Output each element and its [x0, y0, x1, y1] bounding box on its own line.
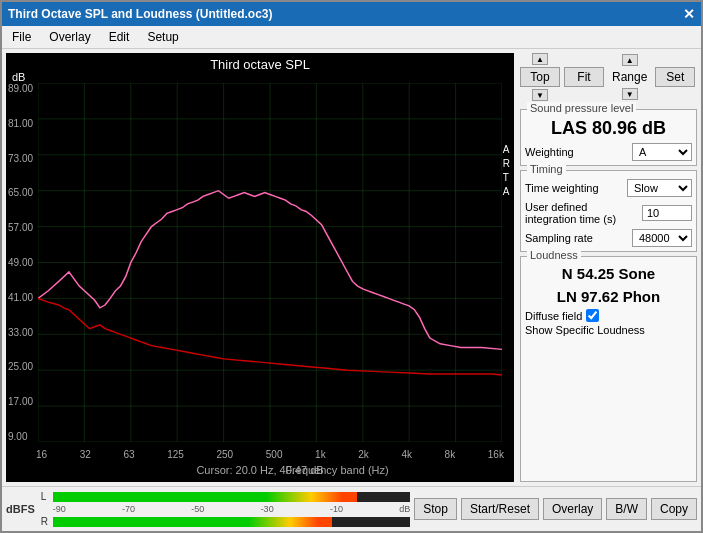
- r-meter-row: R: [41, 516, 411, 527]
- range-label: Range: [608, 68, 651, 86]
- arta-label: ARTA: [503, 143, 510, 199]
- range-up-button[interactable]: ▲: [622, 54, 638, 66]
- menu-setup[interactable]: Setup: [143, 28, 182, 46]
- diffuse-field-label: Diffuse field: [525, 310, 582, 322]
- meter-scale: -90 -70 -50 -30 -10 dB: [53, 504, 411, 514]
- weighting-select[interactable]: A B C Z: [632, 143, 692, 161]
- chart-svg: [38, 83, 502, 442]
- menu-bar: File Overlay Edit Setup: [2, 26, 701, 49]
- integration-label: User definedintegration time (s): [525, 201, 616, 225]
- r-meter-bar: [53, 517, 411, 527]
- bottom-bar: dBFS L -90 -70 -50 -30 -10 dB R: [2, 486, 701, 531]
- sampling-rate-label: Sampling rate: [525, 232, 593, 244]
- copy-button[interactable]: Copy: [651, 498, 697, 520]
- spl-section: Sound pressure level LAS 80.96 dB Weight…: [520, 109, 697, 166]
- meter-container: L -90 -70 -50 -30 -10 dB R: [41, 491, 411, 527]
- time-weighting-select[interactable]: Slow Fast Impulse: [627, 179, 692, 197]
- menu-edit[interactable]: Edit: [105, 28, 134, 46]
- time-weighting-label: Time weighting: [525, 182, 599, 194]
- timing-section-label: Timing: [527, 163, 566, 175]
- main-window: Third Octave SPL and Loudness (Untitled.…: [0, 0, 703, 533]
- diffuse-field-checkbox[interactable]: [586, 309, 599, 322]
- set-ctrl-group: Set: [655, 53, 695, 101]
- loudness-value-2: LN 97.62 Phon: [525, 286, 692, 307]
- main-content: Third octave SPL dB ARTA 89.00 81.00 73.…: [2, 49, 701, 486]
- integration-row: User definedintegration time (s): [525, 201, 692, 225]
- l-meter-row: L: [41, 491, 411, 502]
- l-meter-bar: [53, 492, 411, 502]
- r-meter-fill: [53, 517, 332, 527]
- stop-button[interactable]: Stop: [414, 498, 457, 520]
- timing-section: Timing Time weighting Slow Fast Impulse …: [520, 170, 697, 252]
- top-ctrl-group: ▲ Top ▼: [520, 53, 560, 101]
- dbfs-label: dBFS: [6, 503, 35, 515]
- show-specific-label: Show Specific Loudness: [525, 324, 645, 336]
- range-down-button[interactable]: ▼: [622, 88, 638, 100]
- x-axis-title: Frequency band (Hz): [285, 464, 504, 476]
- right-panel: ▲ Top ▼ Fit ▲ Range ▼ Set: [516, 49, 701, 486]
- top-button[interactable]: Top: [520, 67, 560, 87]
- menu-overlay[interactable]: Overlay: [45, 28, 94, 46]
- sampling-rate-select[interactable]: 48000 44100 96000: [632, 229, 692, 247]
- sampling-rate-row: Sampling rate 48000 44100 96000: [525, 229, 692, 247]
- fit-button[interactable]: Fit: [564, 67, 604, 87]
- weighting-row: Weighting A B C Z: [525, 143, 692, 161]
- x-axis-labels: 16 32 63 125 250 500 1k 2k 4k 8k 16k: [36, 449, 504, 460]
- bw-button[interactable]: B/W: [606, 498, 647, 520]
- loudness-section-label: Loudness: [527, 249, 581, 261]
- close-button[interactable]: ✕: [683, 6, 695, 22]
- top-down-button[interactable]: ▼: [532, 89, 548, 101]
- loudness-value-1: N 54.25 Sone: [525, 263, 692, 284]
- l-meter-fill: [53, 492, 357, 502]
- db-label: dB: [12, 71, 25, 83]
- set-button[interactable]: Set: [655, 67, 695, 87]
- fit-ctrl-group: Fit: [564, 53, 604, 101]
- chart-title: Third octave SPL: [6, 53, 514, 74]
- top-up-button[interactable]: ▲: [532, 53, 548, 65]
- chart-area: Third octave SPL dB ARTA 89.00 81.00 73.…: [6, 53, 514, 482]
- r-channel-label: R: [41, 516, 51, 527]
- loudness-section: Loudness N 54.25 Sone LN 97.62 Phon Diff…: [520, 256, 697, 482]
- start-reset-button[interactable]: Start/Reset: [461, 498, 539, 520]
- diffuse-field-row: Diffuse field: [525, 309, 692, 322]
- window-title: Third Octave SPL and Loudness (Untitled.…: [8, 7, 272, 21]
- weighting-label: Weighting: [525, 146, 574, 158]
- top-controls: ▲ Top ▼ Fit ▲ Range ▼ Set: [520, 53, 697, 101]
- overlay-button[interactable]: Overlay: [543, 498, 602, 520]
- y-axis-labels: 89.00 81.00 73.00 65.00 57.00 49.00 41.0…: [8, 83, 33, 442]
- title-bar: Third Octave SPL and Loudness (Untitled.…: [2, 2, 701, 26]
- time-weighting-row: Time weighting Slow Fast Impulse: [525, 179, 692, 197]
- spl-section-label: Sound pressure level: [527, 102, 636, 114]
- menu-file[interactable]: File: [8, 28, 35, 46]
- range-ctrl-group: ▲ Range ▼: [608, 54, 651, 100]
- l-channel-label: L: [41, 491, 51, 502]
- integration-input[interactable]: [642, 205, 692, 221]
- spl-value: LAS 80.96 dB: [525, 118, 692, 139]
- show-specific-row: Show Specific Loudness: [525, 324, 692, 336]
